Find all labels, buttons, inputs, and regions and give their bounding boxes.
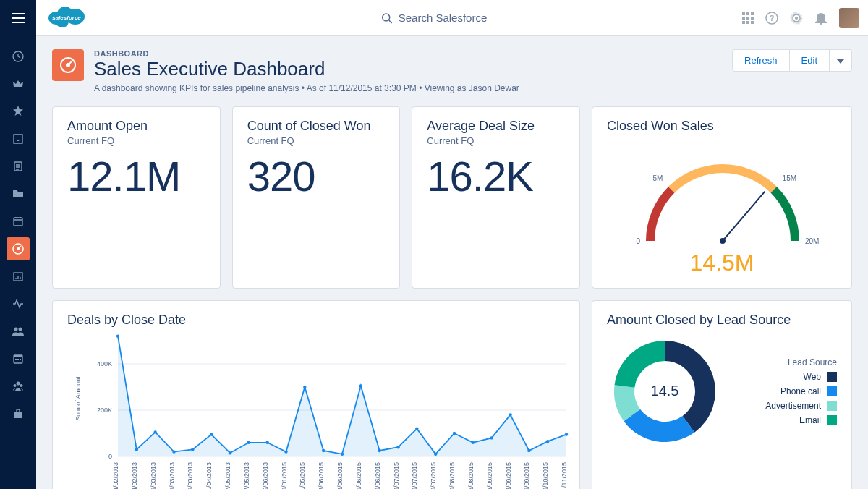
sidebar-item-inbox[interactable] bbox=[7, 127, 30, 150]
refresh-button[interactable]: Refresh bbox=[732, 49, 790, 72]
line-chart: 0200K400K14/02/201324/02/201319/03/20132… bbox=[67, 333, 574, 489]
sidebar bbox=[0, 36, 36, 489]
more-actions-button[interactable] bbox=[830, 49, 852, 72]
svg-rect-15 bbox=[751, 21, 754, 24]
svg-text:0: 0 bbox=[109, 453, 112, 460]
svg-point-52 bbox=[116, 334, 119, 337]
svg-point-72 bbox=[490, 436, 493, 439]
svg-rect-10 bbox=[742, 17, 745, 20]
svg-point-65 bbox=[359, 384, 362, 387]
kpi-amount-open: Amount Open Current FQ 12.1M bbox=[52, 106, 221, 289]
svg-text:200K: 200K bbox=[97, 407, 112, 414]
svg-rect-7 bbox=[742, 12, 745, 15]
edit-button[interactable]: Edit bbox=[790, 49, 830, 72]
svg-text:20/08/2015: 20/08/2015 bbox=[448, 462, 456, 489]
notifications-icon[interactable] bbox=[814, 12, 827, 25]
svg-text:23/09/2015: 23/09/2015 bbox=[505, 462, 512, 489]
svg-text:3/06/2015: 3/06/2015 bbox=[318, 462, 325, 489]
svg-text:5M: 5M bbox=[652, 174, 663, 182]
svg-text:0: 0 bbox=[636, 237, 640, 245]
svg-text:400K: 400K bbox=[97, 360, 112, 367]
dashboard-icon bbox=[52, 49, 84, 81]
svg-rect-11 bbox=[746, 17, 749, 20]
svg-text:28/08/2015: 28/08/2015 bbox=[467, 462, 475, 489]
svg-line-39 bbox=[723, 192, 765, 241]
deals-by-close-date-chart: Deals by Close Date 0200K400K14/02/20132… bbox=[52, 300, 580, 489]
app-launcher-icon[interactable] bbox=[742, 12, 754, 24]
help-icon[interactable]: ? bbox=[765, 12, 778, 25]
sidebar-item-tasks[interactable] bbox=[7, 155, 30, 178]
page-actions: Refresh Edit bbox=[732, 49, 852, 72]
kpi-title: Amount Open bbox=[67, 119, 205, 134]
settings-icon[interactable] bbox=[790, 12, 803, 25]
search-placeholder: Search Salesforce bbox=[399, 12, 488, 24]
legend-swatch bbox=[827, 415, 837, 425]
svg-point-60 bbox=[265, 441, 268, 444]
svg-rect-8 bbox=[746, 12, 749, 15]
svg-point-40 bbox=[720, 238, 726, 244]
donut-legend: WebPhone callAdvertisementEmail bbox=[733, 372, 837, 425]
menu-toggle[interactable] bbox=[0, 0, 36, 36]
svg-text:29/03/2013: 29/03/2013 bbox=[187, 462, 194, 489]
svg-point-63 bbox=[322, 449, 325, 452]
svg-text:30/06/2015: 30/06/2015 bbox=[355, 462, 362, 489]
svg-point-54 bbox=[153, 430, 156, 433]
svg-point-38 bbox=[67, 64, 69, 67]
sidebar-item-recent[interactable] bbox=[7, 45, 30, 68]
legend-item: Advertisement bbox=[733, 401, 837, 411]
sidebar-item-groups[interactable] bbox=[7, 375, 30, 398]
legend-swatch bbox=[827, 372, 837, 382]
svg-point-75 bbox=[546, 440, 549, 443]
svg-point-34 bbox=[14, 384, 17, 387]
kpi-closed-won: Count of Closed Won Current FQ 320 bbox=[232, 106, 401, 289]
kpi-subtitle: Current FQ bbox=[247, 135, 386, 146]
page-title: Sales Executive Dashboard bbox=[94, 58, 519, 80]
svg-text:19/03/2013: 19/03/2013 bbox=[150, 462, 157, 489]
donut-title: Amount Closed by Lead Source bbox=[607, 312, 837, 328]
svg-point-71 bbox=[472, 441, 475, 444]
sidebar-item-reports[interactable] bbox=[7, 265, 30, 288]
sidebar-item-activity[interactable] bbox=[7, 292, 30, 315]
legend-label: Email bbox=[799, 415, 821, 425]
donut-chart: 14.5 bbox=[607, 333, 723, 449]
svg-rect-13 bbox=[742, 21, 745, 24]
svg-text:Sum of Amount: Sum of Amount bbox=[75, 376, 82, 421]
svg-text:10/01/2015: 10/01/2015 bbox=[281, 462, 288, 489]
sidebar-item-files[interactable] bbox=[7, 182, 30, 205]
breadcrumb: DASHBOARD bbox=[94, 49, 519, 58]
svg-text:1/05/2015: 1/05/2015 bbox=[299, 462, 306, 489]
search-icon bbox=[381, 12, 393, 24]
svg-text:15M: 15M bbox=[783, 174, 796, 182]
svg-text:20/10/2015: 20/10/2015 bbox=[542, 462, 549, 489]
svg-point-68 bbox=[415, 427, 418, 430]
svg-text:24/02/2013: 24/02/2013 bbox=[131, 462, 138, 489]
sidebar-item-cases[interactable] bbox=[7, 402, 30, 425]
amount-closed-by-lead-source: Amount Closed by Lead Source 14.5 Lead S… bbox=[592, 300, 852, 489]
svg-point-66 bbox=[378, 449, 380, 452]
sidebar-item-calendar[interactable] bbox=[7, 347, 30, 370]
svg-rect-12 bbox=[751, 17, 754, 20]
top-bar: salesforce Search Salesforce ? bbox=[0, 0, 868, 36]
svg-text:15/06/2013: 15/06/2013 bbox=[262, 462, 269, 489]
svg-rect-30 bbox=[15, 359, 17, 360]
kpi-avg-deal-size: Average Deal Size Current FQ 16.2K bbox=[412, 106, 580, 289]
sidebar-item-events[interactable] bbox=[7, 210, 30, 233]
legend-swatch bbox=[827, 401, 837, 411]
svg-point-64 bbox=[341, 453, 344, 456]
svg-point-59 bbox=[247, 441, 250, 444]
user-avatar[interactable] bbox=[839, 8, 859, 28]
sidebar-item-star[interactable] bbox=[7, 100, 30, 123]
sidebar-item-crown[interactable] bbox=[7, 72, 30, 95]
global-search[interactable]: Search Salesforce bbox=[381, 12, 488, 24]
svg-point-57 bbox=[210, 433, 213, 435]
kpi-value: 12.1M bbox=[67, 152, 205, 200]
svg-text:30/07/2015: 30/07/2015 bbox=[430, 462, 437, 489]
sidebar-item-people[interactable] bbox=[7, 320, 30, 343]
svg-point-67 bbox=[396, 446, 399, 448]
legend-label: Advertisement bbox=[765, 401, 821, 411]
svg-point-76 bbox=[565, 433, 568, 435]
kpi-value: 320 bbox=[247, 152, 386, 200]
gauge-title: Closed Won Sales bbox=[607, 119, 837, 134]
sidebar-item-dashboards[interactable] bbox=[7, 237, 30, 260]
svg-text:29/09/2015: 29/09/2015 bbox=[523, 462, 530, 489]
